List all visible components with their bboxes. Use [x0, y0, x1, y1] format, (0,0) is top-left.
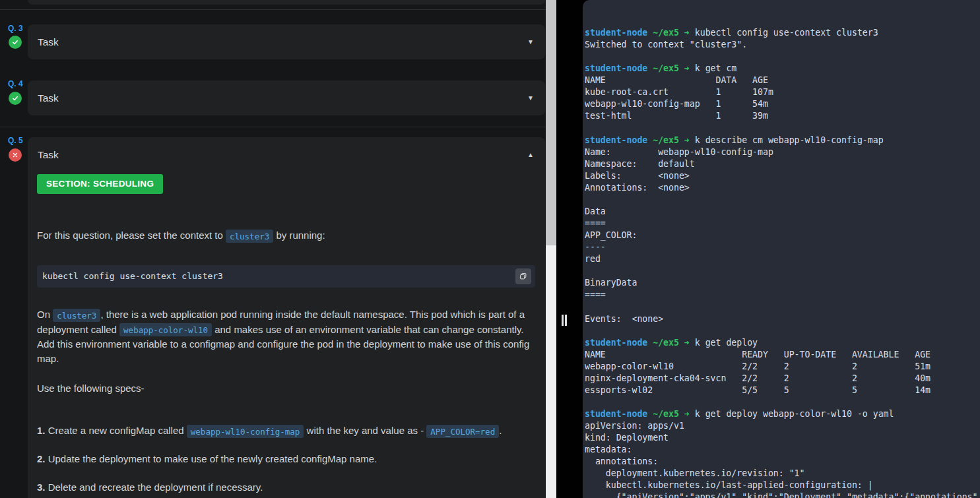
- step-text: .: [499, 425, 502, 436]
- spec-step-3: 3. Delete and recreate the deployment if…: [37, 480, 536, 495]
- step-number: 2.: [37, 453, 46, 464]
- task-accordion-q3[interactable]: Task ▼: [28, 24, 545, 59]
- panel-gutter: [556, 0, 583, 498]
- section-badge: SECTION: SCHEDULING: [37, 174, 163, 194]
- terminal-panel[interactable]: student-node ~/ex5 ➜ kubectl config use-…: [583, 0, 980, 498]
- scrollbar-thumb[interactable]: [546, 0, 556, 245]
- step-number: 3.: [37, 482, 46, 493]
- task-title: Task: [38, 92, 59, 104]
- instruction-text: by running:: [273, 230, 325, 241]
- description-text: On: [37, 309, 53, 320]
- command-text: kubectl config use-context cluster3: [42, 265, 223, 288]
- question-number-q4: Q. 4: [8, 79, 23, 88]
- copy-icon: [519, 272, 528, 281]
- spec-step-1: 1. Create a new configMap called webapp-…: [37, 423, 536, 439]
- step-text: Update the deployment to make use of the…: [46, 453, 377, 464]
- task-description: On cluster3, there is a web application …: [37, 307, 536, 365]
- questions-panel: Q. 3 Task ▼ Q. 4 Task ▼ Q. 5 Task ▲ SECT…: [0, 0, 546, 498]
- question-number-q3: Q. 3: [8, 24, 23, 33]
- spec-step-2: 2. Update the deployment to make use of …: [37, 452, 536, 466]
- task-accordion-q5[interactable]: Task ▲: [28, 137, 545, 172]
- inline-code-key-value: APP_COLOR=red: [426, 425, 499, 438]
- command-code-block: kubectl config use-context cluster3: [37, 265, 535, 288]
- panel-resize-handle[interactable]: [562, 315, 567, 326]
- left-panel-scrollbar[interactable]: [546, 0, 556, 498]
- status-passed-icon: [9, 92, 22, 105]
- step-text: with the key and value as -: [304, 425, 426, 436]
- question-card-q3: Task ▼: [28, 24, 545, 59]
- terminal-output: student-node ~/ex5 ➜ kubectl config use-…: [583, 0, 980, 498]
- context-instruction: For this question, please set the contex…: [37, 228, 536, 243]
- copy-button[interactable]: [515, 268, 531, 284]
- specs-heading: Use the following specs-: [37, 381, 536, 396]
- step-number: 1.: [37, 425, 46, 436]
- question-number-q5: Q. 5: [8, 136, 23, 145]
- previous-question-card-edge: [28, 0, 545, 5]
- question-divider: [0, 9, 546, 10]
- inline-code-configmap-name: webapp-wl10-config-map: [187, 425, 304, 438]
- inline-code-cluster3: cluster3: [226, 230, 273, 243]
- check-icon: [11, 38, 19, 46]
- task-title: Task: [38, 36, 59, 48]
- chevron-down-icon[interactable]: ▼: [527, 94, 534, 102]
- question-card-q4: Task ▼: [28, 80, 545, 115]
- check-icon: [11, 94, 19, 102]
- inline-code-deployment-name: webapp-color-wl10: [119, 323, 212, 336]
- status-failed-icon: [9, 148, 22, 162]
- x-icon: [12, 152, 18, 158]
- chevron-up-icon[interactable]: ▲: [527, 151, 534, 158]
- question-divider: [0, 127, 546, 127]
- step-text: Create a new configMap called: [46, 425, 187, 436]
- chevron-down-icon[interactable]: ▼: [527, 38, 534, 46]
- inline-code-cluster3: cluster3: [53, 309, 100, 322]
- task-title: Task: [38, 149, 59, 161]
- status-passed-icon: [9, 36, 22, 49]
- instruction-text: For this question, please set the contex…: [37, 230, 226, 241]
- task-accordion-q4[interactable]: Task ▼: [28, 80, 545, 115]
- step-text: Delete and recreate the deployment if ne…: [46, 482, 263, 493]
